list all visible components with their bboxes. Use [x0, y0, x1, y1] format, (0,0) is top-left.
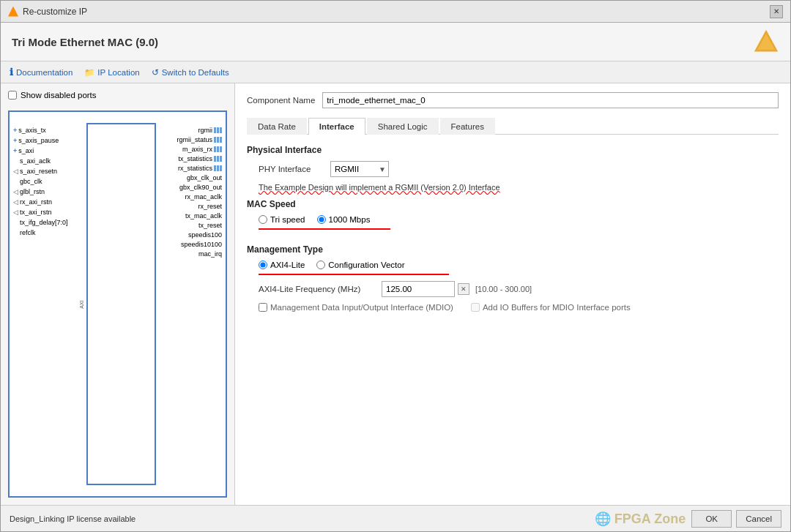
tab-features[interactable]: Features	[440, 118, 495, 135]
documentation-label: Documentation	[16, 68, 73, 77]
mdio-label: Management Data Input/Output Interface (…	[270, 303, 453, 312]
axi4-lite-radio[interactable]	[259, 261, 267, 269]
component-name-input[interactable]	[322, 92, 779, 108]
ok-button[interactable]: OK	[691, 510, 732, 528]
main-content: Show disabled ports + s_axis_tx + s_axis…	[1, 83, 790, 505]
title-bar: Re-customize IP ✕	[1, 1, 790, 23]
xilinx-logo	[753, 29, 779, 55]
port-tx-ifg-delay: tx_ifg_delay[7:0]	[13, 219, 68, 226]
center-block: AXI	[86, 123, 156, 485]
port-s-axis-tx: + s_axis_tx	[13, 127, 68, 134]
left-panel: Show disabled ports + s_axis_tx + s_axis…	[1, 83, 235, 505]
port-rx-mac-aclk: rx_mac_aclk	[185, 193, 222, 201]
phy-interface-label: PHY Interface	[259, 165, 324, 173]
tri-speed-label: Tri speed	[270, 215, 305, 224]
freq-row: AXI4-Lite Frequency (MHz) ✕ [10.00 - 300…	[259, 281, 779, 297]
side-label: AXI	[79, 300, 84, 308]
phy-interface-select[interactable]: RGMII SGMII MII GMII	[330, 161, 389, 177]
port-speedis10100: speedis10100	[181, 241, 222, 248]
main-window: Re-customize IP ✕ Tri Mode Ethernet MAC …	[0, 0, 791, 532]
config-vector-option: Configuration Vector	[316, 261, 404, 269]
right-ports: rgmii rgmii_status m_axis_rx tx_sta	[177, 127, 222, 258]
refresh-icon: ↺	[152, 67, 159, 78]
footer-right: 🌐 FPGA Zone OK Cancel	[595, 510, 781, 528]
left-ports: + s_axis_tx + s_axis_pause + s_axi s_a	[13, 127, 68, 236]
ip-location-label: IP Location	[97, 68, 139, 77]
1000mbps-radio[interactable]	[317, 215, 326, 224]
mac-speed-radio-row: Tri speed 1000 Mbps	[259, 215, 779, 224]
port-tx-mac-aclk: tx_mac_aclk	[185, 212, 222, 220]
port-speedis100: speedis100	[188, 231, 222, 239]
footer: Design_Linking IP license available 🌐 FP…	[1, 505, 790, 531]
freq-range-label: [10.00 - 300.00]	[475, 285, 532, 293]
management-type-title: Management Type	[247, 244, 779, 255]
speed-underline	[259, 228, 390, 230]
io-buffers-checkbox[interactable]	[471, 303, 480, 312]
1000mbps-option: 1000 Mbps	[317, 215, 371, 224]
tri-speed-radio[interactable]	[259, 215, 267, 224]
tri-speed-option: Tri speed	[259, 215, 305, 224]
axi4-lite-option: AXI4-Lite	[259, 261, 305, 269]
freq-label: AXI4-Lite Frequency (MHz)	[259, 285, 376, 293]
tab-data-rate[interactable]: Data Rate	[247, 118, 307, 135]
phy-select-wrapper: RGMII SGMII MII GMII ▼	[330, 161, 389, 177]
show-disabled-row: Show disabled ports	[8, 91, 227, 100]
toolbar: ℹ Documentation 📁 IP Location ↺ Switch t…	[1, 61, 790, 83]
title-bar-left: Re-customize IP	[8, 7, 87, 17]
port-rx-reset: rx_reset	[198, 203, 222, 210]
mac-speed-section: MAC Speed Tri speed 1000 Mbps	[247, 199, 779, 236]
switch-defaults-label: Switch to Defaults	[162, 68, 229, 77]
management-radio-row: AXI4-Lite Configuration Vector	[259, 261, 779, 269]
port-glbl-rstn: ◁ glbl_rstn	[13, 188, 68, 195]
port-rx-statistics: rx_statistics	[178, 165, 222, 172]
mdio-row: Management Data Input/Output Interface (…	[259, 303, 779, 312]
port-gbx-clk-out: gbx_clk_out	[187, 174, 222, 181]
close-button[interactable]: ✕	[770, 5, 783, 18]
io-buffers-label: Add IO Buffers for MDIO Interface ports	[483, 303, 631, 312]
footer-buttons: OK Cancel	[691, 510, 781, 528]
port-gbc-clk: gbc_clk	[13, 178, 68, 185]
app-icon	[8, 7, 18, 17]
tab-interface[interactable]: Interface	[308, 118, 365, 135]
mac-speed-title: MAC Speed	[247, 199, 779, 209]
phy-interface-row: PHY Interface RGMII SGMII MII GMII ▼	[259, 161, 779, 177]
port-s-axis-pause: + s_axis_pause	[13, 137, 68, 144]
component-name-label: Component Name	[247, 96, 315, 105]
port-m-axis-rx: m_axis_rx	[182, 146, 222, 153]
info-icon: ℹ	[10, 67, 13, 78]
port-s-axi-resetn: ◁ s_axi_resetn	[13, 168, 68, 175]
documentation-link[interactable]: ℹ Documentation	[10, 67, 73, 78]
watermark: 🌐 FPGA Zone	[595, 511, 686, 527]
component-name-row: Component Name	[247, 92, 779, 108]
ip-location-link[interactable]: 📁 IP Location	[84, 67, 139, 78]
switch-defaults-link[interactable]: ↺ Switch to Defaults	[152, 67, 229, 78]
physical-interface-section: Physical Interface PHY Interface RGMII S…	[247, 145, 779, 199]
right-panel: Component Name Data Rate Interface Share…	[235, 83, 790, 505]
port-tx-statistics: tx_statistics	[178, 155, 222, 162]
management-type-section: Management Type AXI4-Lite Configuration …	[247, 244, 779, 315]
config-vector-label: Configuration Vector	[328, 261, 404, 269]
app-title: Tri Mode Ethernet MAC (9.0)	[12, 36, 158, 48]
physical-interface-title: Physical Interface	[247, 145, 779, 155]
config-vector-radio[interactable]	[316, 261, 325, 269]
port-mac-irq: mac_irq	[198, 250, 222, 258]
axi4-underline	[259, 274, 449, 275]
port-tx-reset: tx_reset	[198, 222, 222, 229]
cancel-button[interactable]: Cancel	[736, 510, 781, 528]
io-buffers-checkbox-item: Add IO Buffers for MDIO Interface ports	[471, 303, 631, 312]
port-rx-axi-rstn: ◁ rx_axi_rstn	[13, 198, 68, 206]
show-disabled-checkbox[interactable]	[8, 91, 17, 100]
freq-input[interactable]	[382, 281, 455, 297]
port-rgmii-status: rgmii_status	[177, 136, 222, 143]
freq-input-wrap: ✕	[382, 281, 469, 297]
mdio-checkbox[interactable]	[259, 303, 267, 312]
window-title: Re-customize IP	[23, 7, 87, 17]
footer-status: Design_Linking IP license available	[10, 514, 135, 523]
freq-clear-button[interactable]: ✕	[458, 283, 469, 295]
port-s-axi-aclk: s_axi_aclk	[13, 157, 68, 165]
block-diagram: + s_axis_tx + s_axis_pause + s_axi s_a	[8, 110, 227, 498]
tab-shared-logic[interactable]: Shared Logic	[367, 118, 439, 135]
show-disabled-label: Show disabled ports	[21, 91, 97, 100]
axi4-lite-label: AXI4-Lite	[270, 261, 305, 269]
folder-icon: 📁	[84, 67, 94, 78]
